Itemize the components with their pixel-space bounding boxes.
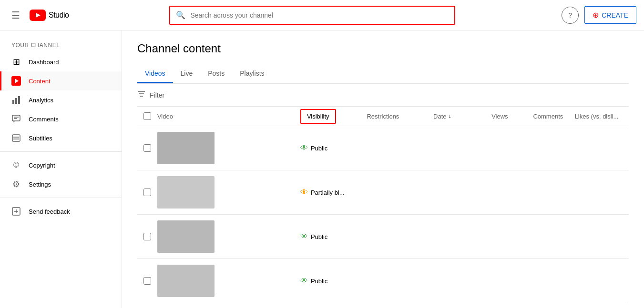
row-visibility-col: 👁 Public: [300, 232, 367, 241]
eye-icon: 👁: [300, 188, 308, 197]
header-video-col: Video: [157, 113, 300, 120]
filter-label: Filter: [150, 91, 164, 99]
table-row: 👁 Public: [137, 126, 629, 170]
tab-posts[interactable]: Posts: [200, 65, 232, 83]
channel-label: Your channel: [0, 30, 122, 52]
table-row: 👁 Public: [137, 215, 629, 259]
svg-rect-6: [18, 96, 20, 104]
copyright-icon: ©: [11, 160, 21, 170]
sidebar-item-copyright[interactable]: © Copyright: [0, 156, 122, 175]
row-checkbox[interactable]: [143, 189, 151, 196]
studio-label: Studio: [49, 11, 69, 20]
svg-rect-4: [12, 100, 14, 104]
table-row: 👁 Public: [137, 259, 629, 303]
visibility-header-label: Visibility: [300, 109, 336, 124]
sidebar-item-label: Send feedback: [29, 208, 70, 215]
subtitles-icon: [11, 133, 21, 143]
header: ☰ Studio 🔍 ? ⊕ CREATE: [0, 0, 644, 30]
tab-playlists[interactable]: Playlists: [232, 65, 272, 83]
create-button[interactable]: ⊕ CREATE: [584, 6, 636, 24]
main-content: Channel content Videos Live Posts Playli…: [122, 30, 644, 308]
eye-icon: 👁: [300, 144, 308, 152]
table-container: Video Visibility Restrictions Date ↓ Vie…: [137, 107, 629, 308]
video-thumbnail: [157, 132, 215, 164]
visibility-value: Partially bl...: [311, 189, 345, 196]
row-checkbox[interactable]: [143, 277, 151, 285]
header-views-col: Views: [491, 113, 533, 120]
sidebar-item-label: Subtitles: [29, 135, 52, 142]
tabs-container: Videos Live Posts Playlists: [137, 65, 629, 84]
table-row: 👁 Public: [137, 303, 629, 308]
search-container: 🔍: [169, 6, 455, 25]
eye-icon: 👁: [300, 277, 308, 285]
row-video-col: [157, 132, 300, 164]
feedback-icon: [11, 207, 21, 216]
sidebar-item-label: Content: [29, 78, 51, 85]
search-bar: 🔍: [169, 6, 455, 25]
row-visibility-col: 👁 Public: [300, 144, 367, 152]
visibility-cell: 👁 Public: [300, 144, 367, 152]
header-left: ☰ Studio: [8, 6, 112, 25]
table-row: 👁 Partially bl...: [137, 170, 629, 215]
row-checkbox[interactable]: [143, 233, 151, 240]
help-button[interactable]: ?: [562, 7, 579, 24]
header-right: ? ⊕ CREATE: [562, 6, 636, 24]
select-all-checkbox[interactable]: [143, 112, 151, 120]
help-icon: ?: [568, 11, 572, 19]
video-info: [157, 220, 293, 253]
svg-marker-10: [13, 121, 15, 123]
row-check-col: [137, 277, 157, 285]
table-header: Video Visibility Restrictions Date ↓ Vie…: [137, 107, 629, 126]
header-likes-col: Likes (vs. disli...: [575, 113, 629, 120]
settings-icon: ⚙: [11, 179, 21, 189]
sidebar-item-content[interactable]: Content: [0, 71, 122, 90]
video-thumbnail: [157, 176, 215, 209]
tab-live[interactable]: Live: [173, 65, 201, 83]
tab-videos[interactable]: Videos: [137, 65, 173, 83]
header-restrictions-col: Restrictions: [367, 113, 433, 120]
header-visibility-col: Visibility: [300, 113, 367, 120]
video-thumbnail: [157, 265, 215, 297]
logo-container[interactable]: Studio: [30, 10, 69, 21]
sidebar-item-analytics[interactable]: Analytics: [0, 90, 122, 109]
visibility-value: Public: [311, 145, 327, 152]
svg-rect-7: [12, 115, 20, 121]
row-video-col: [157, 176, 300, 209]
row-check-col: [137, 144, 157, 152]
analytics-icon: [11, 95, 21, 105]
visibility-cell: 👁 Public: [300, 277, 367, 285]
row-video-col: [157, 265, 300, 297]
visibility-cell: 👁 Public: [300, 232, 367, 241]
header-comments-col: Comments: [533, 113, 574, 120]
page-title: Channel content: [137, 42, 629, 55]
row-checkbox[interactable]: [143, 144, 151, 152]
body: Your channel ⊞ Dashboard Content: [0, 30, 644, 308]
sidebar-item-label: Settings: [29, 181, 51, 188]
sidebar-item-label: Copyright: [29, 162, 55, 169]
header-check-col: [137, 112, 157, 120]
visibility-value: Public: [311, 278, 327, 285]
sidebar-item-subtitles[interactable]: Subtitles: [0, 129, 122, 148]
sidebar: Your channel ⊞ Dashboard Content: [0, 30, 122, 308]
search-input[interactable]: [190, 11, 449, 19]
sort-arrow-icon: ↓: [449, 113, 451, 119]
video-info: [157, 265, 293, 297]
dashboard-icon: ⊞: [11, 57, 21, 67]
sidebar-item-label: Dashboard: [29, 59, 59, 66]
sidebar-item-settings[interactable]: ⚙ Settings: [0, 175, 122, 194]
video-thumbnail: [157, 220, 215, 253]
search-icon: 🔍: [176, 10, 185, 20]
sidebar-item-label: Comments: [29, 116, 59, 123]
row-video-col: [157, 220, 300, 253]
sidebar-item-comments[interactable]: Comments: [0, 109, 122, 129]
filter-bar: Filter: [137, 84, 629, 107]
row-visibility-col: 👁 Public: [300, 277, 367, 285]
sidebar-item-dashboard[interactable]: ⊞ Dashboard: [0, 52, 122, 71]
sidebar-divider-2: [0, 198, 122, 198]
visibility-cell: 👁 Partially bl...: [300, 188, 367, 197]
row-check-col: [137, 233, 157, 240]
header-date-col[interactable]: Date ↓: [433, 113, 491, 120]
create-plus-icon: ⊕: [593, 10, 599, 20]
sidebar-item-send-feedback[interactable]: Send feedback: [0, 202, 122, 221]
hamburger-icon[interactable]: ☰: [8, 6, 24, 25]
